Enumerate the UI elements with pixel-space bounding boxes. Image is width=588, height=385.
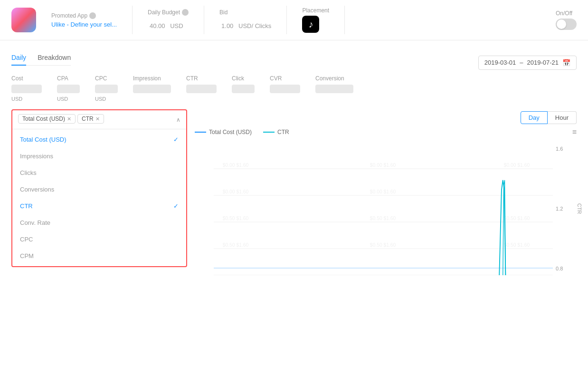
metric-impression-value xyxy=(133,85,171,93)
info-dot xyxy=(89,12,96,19)
on-off-toggle[interactable] xyxy=(556,19,577,30)
metric-cost-value xyxy=(11,85,42,93)
dropdown-item-total-cost[interactable]: Total Cost (USD) ✓ xyxy=(12,131,186,148)
date-range-picker[interactable]: 2019-03-01 – 2019-07-21 📅 xyxy=(478,56,577,70)
dropdown-selected-area: Total Cost (USD) ✕ CTR ✕ ∧ xyxy=(12,110,186,129)
y-axis-right: 1.6 1.2 0.8 CTR xyxy=(553,142,577,275)
legend-line-blue xyxy=(195,132,206,133)
y-axis-left xyxy=(195,142,214,275)
chevron-up-icon: ∧ xyxy=(176,116,180,123)
metric-dropdown[interactable]: Total Cost (USD) ✕ CTR ✕ ∧ Total Cost (U… xyxy=(11,109,187,267)
metric-cpc-value xyxy=(95,85,118,93)
bid-value: 1.00 USD/ Clicks xyxy=(219,18,271,31)
checkmark-ctr: ✓ xyxy=(173,202,179,210)
svg-text:$0.00 $1.60: $0.00 $1.60 xyxy=(223,162,249,168)
tabs-row: Daily Breakdown 2019-03-01 – 2019-07-21 … xyxy=(11,50,577,75)
tabs: Daily Breakdown xyxy=(11,50,71,66)
metric-ctr: CTR xyxy=(186,75,217,102)
tag-total-cost-close[interactable]: ✕ xyxy=(67,116,71,122)
dropdown-item-clicks[interactable]: Clicks xyxy=(12,164,186,181)
time-toggle: Day Hour xyxy=(521,111,577,124)
dropdown-item-conv-rate[interactable]: Conv. Rate xyxy=(12,214,186,231)
ctr-axis-label: CTR xyxy=(577,203,583,214)
metric-impression: Impression xyxy=(133,75,171,102)
divider-1 xyxy=(132,6,133,34)
svg-text:$0.50 $1.60: $0.50 $1.60 xyxy=(504,242,530,248)
metric-cpa-value xyxy=(57,85,80,93)
dropdown-item-ctr[interactable]: CTR ✓ xyxy=(12,198,186,214)
metric-conversion-value xyxy=(315,85,353,93)
legend-line-cyan xyxy=(263,132,275,133)
dropdown-item-cpc[interactable]: CPC xyxy=(12,231,186,248)
metrics-section: Cost USD CPA USD CPC USD Impression CTR … xyxy=(11,75,577,102)
metric-cpc: CPC USD xyxy=(95,75,118,102)
chart-area: $0.00 $1.60 $0.00 $1.60 $0.00 $1.60 $0.0… xyxy=(195,142,577,275)
chart-legend: Total Cost (USD) CTR ≡ xyxy=(195,128,577,136)
checkmark-total-cost: ✓ xyxy=(173,136,179,143)
svg-text:$0.00 $1.60: $0.00 $1.60 xyxy=(370,189,396,194)
svg-text:$0.50 $1.60: $0.50 $1.60 xyxy=(370,215,396,221)
calendar-icon: 📅 xyxy=(562,59,570,67)
metric-cpa: CPA USD xyxy=(57,75,80,102)
legend-ctr: CTR xyxy=(263,129,289,135)
dropdown-item-cpm[interactable]: CPM xyxy=(12,248,186,264)
day-button[interactable]: Day xyxy=(521,111,548,124)
main-content: Daily Breakdown 2019-03-01 – 2019-07-21 … xyxy=(0,40,588,285)
svg-text:$0.00 $1.60: $0.00 $1.60 xyxy=(504,162,530,168)
placement-label: Placement xyxy=(302,7,329,14)
on-off-section: On/Off xyxy=(556,10,577,30)
metric-click: Click xyxy=(232,75,255,102)
svg-text:$0.50 $1.60: $0.50 $1.60 xyxy=(370,242,396,248)
header-bar: Promoted App Ulike - Define your sel... … xyxy=(0,0,588,40)
legend-total-cost: Total Cost (USD) xyxy=(195,129,252,135)
app-icon xyxy=(11,8,36,32)
bid-label: Bid xyxy=(219,9,271,16)
svg-text:$0.00 $1.60: $0.00 $1.60 xyxy=(223,189,249,194)
toggle-knob xyxy=(557,19,566,29)
promoted-app-label: Promoted App xyxy=(51,12,117,19)
svg-text:$0.50 $1.60: $0.50 $1.60 xyxy=(223,242,249,248)
metric-cvr-value xyxy=(270,85,300,93)
divider-3 xyxy=(286,6,287,34)
hamburger-icon[interactable]: ≡ xyxy=(572,128,577,136)
placement-section: Placement ♪ xyxy=(302,7,329,33)
app-name[interactable]: Ulike - Define your sel... xyxy=(51,21,117,28)
tab-breakdown[interactable]: Breakdown xyxy=(38,50,71,65)
tag-ctr-close[interactable]: ✕ xyxy=(95,116,100,122)
daily-budget-label: Daily Budget xyxy=(148,9,189,16)
svg-text:$0.00 $1.60: $0.00 $1.60 xyxy=(370,162,396,168)
metric-click-value xyxy=(232,85,255,93)
dropdown-item-conversions[interactable]: Conversions xyxy=(12,181,186,198)
tag-total-cost[interactable]: Total Cost (USD) ✕ xyxy=(18,114,76,124)
metric-cvr: CVR xyxy=(270,75,300,102)
dropdown-list: Total Cost (USD) ✓ Impressions Clicks Co… xyxy=(12,129,186,266)
divider-2 xyxy=(204,6,204,34)
metric-cost: Cost USD xyxy=(11,75,42,102)
bid-section: Bid 1.00 USD/ Clicks xyxy=(219,9,271,31)
tag-ctr[interactable]: CTR ✕ xyxy=(77,114,104,124)
dropdown-item-impressions[interactable]: Impressions xyxy=(12,148,186,164)
tab-daily[interactable]: Daily xyxy=(11,50,26,65)
promoted-app-section: Promoted App Ulike - Define your sel... xyxy=(51,12,117,28)
divider-4 xyxy=(344,6,345,34)
svg-text:$0.50 $1.60: $0.50 $1.60 xyxy=(504,215,530,221)
daily-budget-section: Daily Budget 40.00 USD xyxy=(148,9,189,31)
metric-ctr-value xyxy=(186,85,217,93)
metric-conversion: Conversion xyxy=(315,75,353,102)
hour-button[interactable]: Hour xyxy=(548,111,577,124)
chart-panel: Day Hour Total Cost (USD) CTR ≡ xyxy=(195,109,577,275)
budget-info-dot xyxy=(182,9,189,16)
daily-budget-value: 40.00 USD xyxy=(148,18,189,31)
tiktok-icon: ♪ xyxy=(302,16,319,33)
on-off-label: On/Off xyxy=(556,10,577,17)
svg-text:$0.50 $1.60: $0.50 $1.60 xyxy=(223,215,249,221)
chart-svg: $0.00 $1.60 $0.00 $1.60 $0.00 $1.60 $0.0… xyxy=(214,142,553,275)
